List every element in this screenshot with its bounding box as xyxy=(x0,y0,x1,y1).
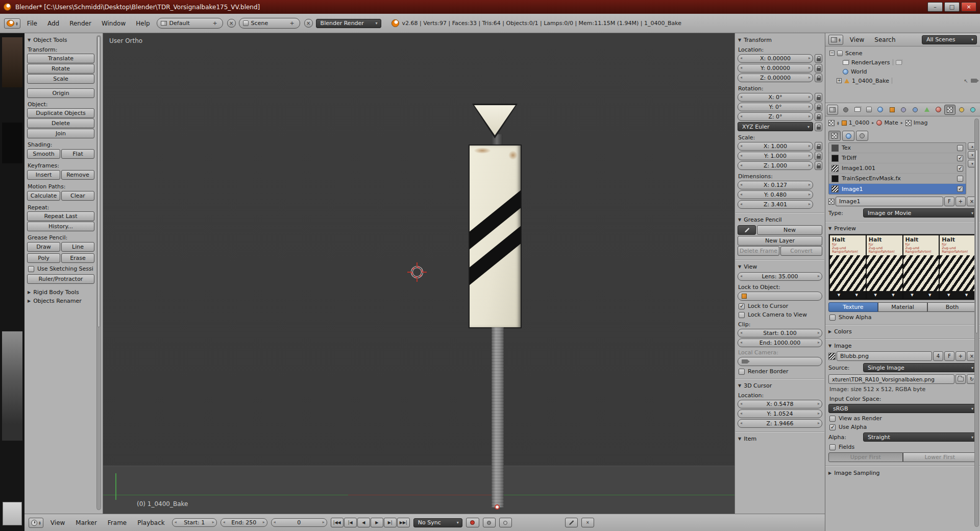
image-panel-header[interactable]: ▼ Image xyxy=(828,343,979,349)
timeline-editor-type-button[interactable]: ▲▼ xyxy=(29,518,43,528)
3d-viewport[interactable]: User Ortho (0) 1_0400_Bake xyxy=(103,33,734,514)
keying-set-clear-button[interactable] xyxy=(499,518,512,527)
cursor-z-field[interactable]: Z: 1.9466 xyxy=(738,419,822,428)
local-camera-field[interactable] xyxy=(738,357,822,366)
image-name-field[interactable]: Blubb.png xyxy=(837,351,932,361)
texture-slot-row[interactable]: TrDiff xyxy=(829,153,966,163)
tab-material[interactable] xyxy=(933,105,944,115)
use-sketching-checkbox[interactable] xyxy=(28,266,34,272)
play-button[interactable]: ▶ xyxy=(371,518,383,527)
display-filter-dropdown[interactable]: All Scenes xyxy=(922,35,977,44)
preview-panel-header[interactable]: ▼ Preview xyxy=(828,225,979,232)
texture-slot-checkbox[interactable] xyxy=(957,145,963,151)
scene-add-icon[interactable]: + xyxy=(288,20,296,27)
timeline-menu-playback[interactable]: Playback xyxy=(134,519,168,526)
rotation-mode-dropdown[interactable]: XYZ Euler xyxy=(738,122,813,131)
texture-slot-row[interactable]: Tex xyxy=(829,143,966,153)
tab-object-data[interactable] xyxy=(921,105,933,115)
scrollbar-thumb[interactable] xyxy=(975,150,978,333)
menu-help[interactable]: Help xyxy=(132,20,153,27)
lock-icon[interactable] xyxy=(815,142,822,151)
renderability-icon[interactable] xyxy=(896,60,902,65)
expander-icon[interactable]: − xyxy=(829,51,835,56)
preview-both-button[interactable]: Both xyxy=(927,302,977,312)
play-reverse-button[interactable]: ◀ xyxy=(357,518,370,527)
texture-context-world-button[interactable] xyxy=(842,131,854,141)
outliner-row-scene[interactable]: − Scene xyxy=(825,49,980,58)
current-frame-field[interactable]: 0 xyxy=(271,518,327,527)
use-alpha-checkbox[interactable] xyxy=(829,424,836,430)
duplicate-objects-button[interactable]: Duplicate Objects xyxy=(27,108,94,118)
tab-modifiers[interactable] xyxy=(910,105,921,115)
filepath-field[interactable]: xturen\TDR_RA10_Vorsignalbaken.png xyxy=(828,374,954,384)
cursor-x-field[interactable]: X: 0.5478 xyxy=(738,400,822,408)
objects-renamer-panel-header[interactable]: ▶ Objects Renamer xyxy=(28,298,94,304)
object-tools-panel-header[interactable]: ▼ Object Tools xyxy=(28,37,94,43)
tab-world[interactable] xyxy=(875,105,886,115)
renderable-icon[interactable] xyxy=(971,79,977,83)
insert-keyframe-button[interactable] xyxy=(565,518,578,527)
menu-add[interactable]: Add xyxy=(44,20,63,27)
image-users-button[interactable]: 4 xyxy=(933,351,943,361)
tab-object[interactable] xyxy=(887,105,898,115)
outliner-menu-view[interactable]: View xyxy=(846,36,868,43)
screen-layout-selector[interactable]: Default + xyxy=(157,18,223,29)
upper-first-button[interactable]: Upper First xyxy=(828,452,903,462)
origin-button[interactable]: Origin xyxy=(27,88,94,98)
scene-selector[interactable]: Scene + xyxy=(239,18,300,29)
lock-icon[interactable] xyxy=(815,93,822,102)
gp-poly-button[interactable]: Poly xyxy=(27,253,60,263)
outliner-menu-search[interactable]: Search xyxy=(871,36,899,43)
rotate-button[interactable]: Rotate xyxy=(27,64,94,74)
previous-keyframe-button[interactable]: |◀ xyxy=(344,518,357,527)
clip-end-field[interactable]: End: 1000.000 xyxy=(738,339,822,347)
gp-line-button[interactable]: Line xyxy=(61,242,94,252)
alpha-mode-dropdown[interactable]: Straight xyxy=(863,432,977,442)
tab-texture[interactable] xyxy=(944,105,955,115)
scrollbar-thumb[interactable] xyxy=(97,36,100,327)
new-texture-button[interactable]: + xyxy=(955,197,966,206)
scale-x-field[interactable]: X: 1.000 xyxy=(738,142,813,151)
editor-type-selector[interactable]: ▲▼ xyxy=(4,18,20,29)
delete-button[interactable]: Delete xyxy=(27,118,94,128)
selectable-icon[interactable]: ↖ xyxy=(964,78,968,84)
ruler-protractor-button[interactable]: Ruler/Protractor xyxy=(27,274,94,284)
lock-icon[interactable] xyxy=(815,74,822,82)
scale-z-field[interactable]: Z: 1.000 xyxy=(738,161,813,170)
close-button[interactable]: × xyxy=(961,2,976,12)
colorspace-dropdown[interactable]: sRGB xyxy=(828,404,977,413)
fake-user-button[interactable]: F xyxy=(944,197,954,206)
tab-render[interactable] xyxy=(840,105,851,115)
rigid-body-tools-panel-header[interactable]: ▶ Rigid Body Tools xyxy=(28,289,94,296)
scene-object-pole[interactable] xyxy=(492,327,504,508)
gp-draw-button[interactable]: Draw xyxy=(27,242,60,252)
scene-object-sign-board[interactable] xyxy=(469,144,522,328)
tab-particles[interactable] xyxy=(956,105,967,115)
repeat-last-button[interactable]: Repeat Last xyxy=(27,211,94,221)
view-as-render-checkbox[interactable] xyxy=(829,416,836,422)
transform-panel-header[interactable]: ▼ Transform xyxy=(738,37,822,43)
item-panel-header[interactable]: ▼ Item xyxy=(738,436,822,442)
3d-cursor-panel-header[interactable]: ▼ 3D Cursor xyxy=(738,382,822,389)
image-source-dropdown[interactable]: Single Image xyxy=(863,363,977,372)
render-border-checkbox[interactable] xyxy=(739,369,745,375)
outliner-row-object[interactable]: + 1_0400_Bake ↖ xyxy=(825,76,980,85)
texture-slot-row[interactable]: Image1.001 xyxy=(829,163,966,174)
rotation-x-field[interactable]: X: 0° xyxy=(738,93,813,102)
translate-button[interactable]: Translate xyxy=(27,54,94,63)
lock-icon[interactable] xyxy=(815,152,822,160)
rotation-y-field[interactable]: Y: 0° xyxy=(738,103,813,111)
gp-convert-button[interactable]: Convert xyxy=(780,246,822,256)
rotation-z-field[interactable]: Z: 0° xyxy=(738,112,813,121)
properties-scrollbar[interactable] xyxy=(974,118,979,527)
image-sampling-panel-header[interactable]: ▶ Image Sampling xyxy=(828,470,979,476)
calculate-paths-button[interactable]: Calculate xyxy=(27,191,60,201)
dimension-z-field[interactable]: Z: 3.401 xyxy=(738,200,813,209)
smooth-button[interactable]: Smooth xyxy=(27,149,60,159)
texture-slot-row-selected[interactable]: Image1 xyxy=(829,184,966,194)
clear-paths-button[interactable]: Clear xyxy=(61,191,94,201)
history-button[interactable]: History... xyxy=(27,222,94,231)
delete-keyframe-button[interactable]: × xyxy=(581,518,594,527)
texture-context-material-button[interactable] xyxy=(828,131,841,141)
properties-editor-type-button[interactable] xyxy=(827,105,838,115)
